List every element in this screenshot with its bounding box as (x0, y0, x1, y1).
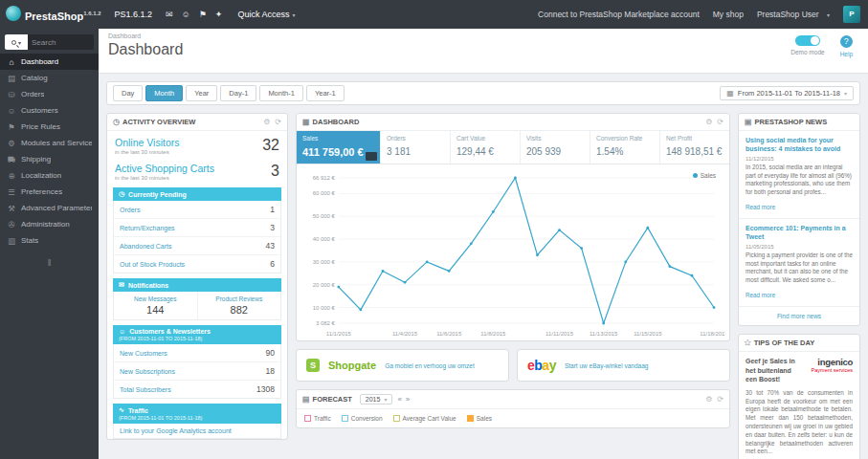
search-scope-dropdown[interactable]: ▾ (5, 34, 28, 50)
filter-year-1-button[interactable]: Year-1 (306, 85, 345, 101)
active-carts-link[interactable]: Active Shopping Carts (115, 163, 214, 174)
kpi-visits[interactable]: Visits 205 939 (521, 131, 590, 164)
refresh-icon[interactable]: ⟳ (717, 118, 723, 126)
gear-icon[interactable]: ⚙ (705, 395, 712, 404)
date-range-picker[interactable]: ▦ From 2015-11-01 To 2015-11-18 ▾ (720, 86, 854, 100)
prestashop-logo[interactable]: PrestaShop1.6.1.2 (0, 5, 107, 25)
news-article-date: 11/12/2015 (746, 156, 853, 162)
filter-year-button[interactable]: Year (186, 85, 217, 101)
search-input[interactable] (28, 34, 94, 50)
pending-row-out-of-stock[interactable]: Out of Stock Products 6 (114, 255, 280, 273)
forecast-legend-average-cart-value[interactable]: Average Cart Value (393, 415, 456, 422)
sidebar-item-price-rules[interactable]: ⚑ Price Rules (0, 119, 99, 135)
kpi-net-profit[interactable]: Net Profit 148 918,51 € (660, 131, 729, 164)
gear-icon[interactable]: ⚙ (705, 118, 712, 126)
kpi-conversion-rate[interactable]: Conversion Rate 1.54% (590, 131, 660, 164)
breadcrumb[interactable]: Dashboard (108, 33, 858, 39)
ebay-logo: ebay (527, 358, 556, 373)
help-icon[interactable]: ? (840, 35, 853, 48)
sidebar-item-label: Orders (21, 90, 44, 98)
sidebar-item-label: Price Rules (21, 122, 60, 131)
sidebar-item-modules[interactable]: ⚙ Modules and Services (0, 135, 99, 151)
my-shop-link[interactable]: My shop (713, 10, 744, 19)
collapse-menu-icon[interactable]: ‖ (0, 258, 99, 268)
pending-row-returns[interactable]: Return/Exchanges 3 (114, 219, 280, 237)
kpi-cart-value[interactable]: Cart Value 129,44 € (451, 131, 521, 164)
sidebar-item-administration[interactable]: ✇ Administration (0, 216, 99, 232)
avatar[interactable]: P (843, 6, 860, 23)
gear-icon[interactable]: ⚙ (263, 118, 270, 126)
sidebar-item-preferences[interactable]: ☰ Preferences (0, 184, 99, 200)
sidebar-item-advanced-parameters[interactable]: ⚒ Advanced Parameters (0, 200, 99, 216)
dashboard-grid-icon: ▦ (302, 118, 310, 126)
news-article-title[interactable]: Ecommerce 101: Payments in a Tweet (746, 224, 853, 241)
sidebar-item-customers[interactable]: ☺ Customers (0, 102, 99, 119)
sidebar-item-stats[interactable]: ▥ Stats (0, 232, 99, 249)
kpi-detail-badge[interactable] (366, 152, 377, 161)
forecast-prev-icon[interactable]: « (397, 395, 401, 404)
product-reviews-cell[interactable]: Product Reviews 882 (198, 292, 281, 319)
ebay-module[interactable]: ebay Start uw eBay-winkel vandaag (517, 349, 730, 382)
chart-legend[interactable]: Sales (693, 172, 716, 179)
sidebar-item-catalog[interactable]: ▤ Catalog (0, 70, 99, 86)
profile-icon[interactable]: ☺ (182, 10, 190, 19)
refresh-icon[interactable]: ⟳ (275, 118, 281, 126)
user-menu[interactable]: PrestaShop User ▾ (757, 10, 830, 19)
read-more-link[interactable]: Read more (746, 204, 775, 210)
sidebar-item-orders[interactable]: ⛁ Orders (0, 86, 99, 102)
find-more-news-link[interactable]: Find more news (739, 307, 859, 325)
sidebar-item-label: Modules and Services (21, 139, 92, 147)
quick-access-dropdown[interactable]: Quick Access ▾ (237, 10, 295, 19)
filter-month-button[interactable]: Month (145, 85, 183, 101)
checkbox-icon (393, 415, 400, 422)
pending-row-abandoned-carts[interactable]: Abandoned Carts 43 (114, 237, 280, 255)
customers-row-total-subscribers[interactable]: Total Subscribers 1308 (114, 381, 280, 398)
sidebar-item-label: Shipping (21, 155, 51, 164)
forecast-legend-conversion[interactable]: Conversion (342, 415, 383, 422)
customers-row-new-customers[interactable]: New Customers 90 (114, 344, 280, 362)
messages-icon[interactable]: ✉ (166, 10, 173, 19)
page-title: Dashboard (108, 41, 858, 58)
new-messages-cell[interactable]: New Messages 144 (114, 292, 198, 319)
news-article-title[interactable]: Using social media for your business: 4 … (746, 136, 853, 153)
dashboard-panel: ▦DASHBOARD ⚙ ⟳ Sales 411 759,00 € Orders (296, 113, 730, 341)
traffic-icon: ∿ (119, 406, 124, 414)
gift-icon[interactable]: ✦ (215, 10, 223, 19)
google-analytics-link-row[interactable]: Link to your Google Analytics account (114, 424, 280, 438)
forecast-next-icon[interactable]: » (406, 395, 410, 404)
online-visitors-link[interactable]: Online Visitors (115, 137, 180, 148)
marketplace-connect-link[interactable]: Connect to PrestaShop Marketplace accoun… (538, 10, 700, 19)
news-article-excerpt: In 2015, social media are an integral pa… (746, 164, 853, 196)
filter-day-button[interactable]: Day (113, 85, 143, 101)
tips-panel-title: ✩TIPS OF THE DAY (745, 339, 814, 347)
sidebar-item-localization[interactable]: ⊕ Localization (0, 167, 99, 184)
shopgate-logo: Shopgate (328, 360, 376, 371)
pending-row-orders[interactable]: Orders 1 (114, 201, 280, 219)
shopgate-link[interactable]: Ga mobiel en verhoog uw omzet (385, 362, 475, 369)
demo-mode-toggle[interactable] (795, 35, 820, 46)
notifications-header: ✉Notifications (113, 278, 281, 292)
ebay-link[interactable]: Start uw eBay-winkel vandaag (565, 362, 648, 369)
svg-text:11/6/2015: 11/6/2015 (436, 331, 462, 337)
active-carts-value: 3 (271, 163, 279, 181)
customers-row-new-subscriptions[interactable]: New Subscriptions 18 (114, 362, 280, 381)
filter-month-1-button[interactable]: Month-1 (259, 85, 303, 101)
stats-icon: ▥ (7, 236, 16, 246)
shopgate-module[interactable]: S Shopgate Ga mobiel en verhoog uw omzet (296, 349, 509, 382)
read-more-link[interactable]: Read more (746, 292, 775, 298)
sidebar-item-dashboard[interactable]: ⌂ Dashboard (0, 54, 99, 70)
sidebar-item-shipping[interactable]: ⛟ Shipping (0, 151, 99, 167)
customers-newsletters-header: ☺Customers & Newsletters (FROM 2015-11-0… (113, 325, 281, 344)
legend-label: Sales (701, 172, 716, 179)
forecast-year-select[interactable]: 2015 ▾ (360, 394, 393, 404)
refresh-icon[interactable]: ⟳ (717, 395, 723, 404)
prestashop-logo-icon (6, 6, 21, 21)
bell-icon[interactable]: ⚑ (199, 10, 207, 19)
sales-chart[interactable]: 66 912 €60 000 €50 000 €40 000 €30 000 €… (300, 168, 725, 340)
filter-day-1-button[interactable]: Day-1 (220, 85, 256, 101)
forecast-legend-sales[interactable]: Sales (467, 415, 492, 422)
forecast-legend-traffic[interactable]: Traffic (304, 415, 331, 422)
kpi-orders[interactable]: Orders 3 181 (381, 131, 451, 164)
toggle-knob (811, 36, 819, 45)
kpi-sales[interactable]: Sales 411 759,00 € (297, 131, 381, 164)
